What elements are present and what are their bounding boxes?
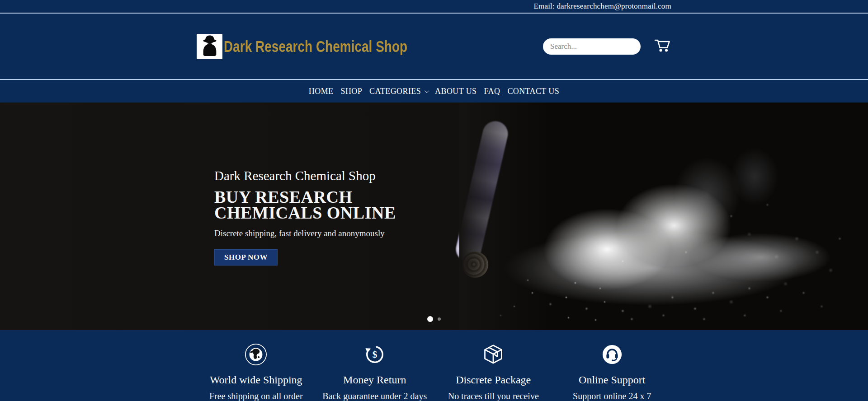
feature-title: Online Support [553, 374, 672, 386]
carousel-dot-1-active[interactable] [427, 316, 433, 322]
feature-text: Support online 24 x 7 [553, 391, 672, 401]
hero-carousel: Dark Research Chemical Shop BUY RESEARCH… [0, 103, 868, 330]
feature-text: No traces till you receive [434, 391, 553, 401]
feature-title: Discrete Package [434, 374, 553, 386]
feature-online-support: Online Support Support online 24 x 7 [553, 342, 672, 401]
feature-worldwide-shipping: World wide Shipping Free shipping on all… [197, 342, 316, 401]
globe-icon [197, 342, 316, 367]
site-title: Dark Research Chemical Shop [224, 37, 407, 56]
shopping-cart-icon [654, 38, 671, 55]
site-logo[interactable] [197, 34, 222, 59]
hero-subtitle: Discrete shipping, fast delivery and ano… [214, 228, 396, 238]
hero-heading-line1: BUY RESEARCH [214, 189, 396, 205]
chevron-down-icon [425, 89, 429, 93]
nav-item-contact-us[interactable]: CONTACT US [504, 87, 563, 96]
hero-slide-image [459, 103, 868, 330]
hero-small-title: Dark Research Chemical Shop [214, 168, 396, 183]
nav-item-shop[interactable]: SHOP [337, 87, 366, 96]
nav-item-about-us[interactable]: ABOUT US [431, 87, 480, 96]
hero-content: Dark Research Chemical Shop BUY RESEARCH… [214, 168, 396, 266]
hero-heading-line2: CHEMICALS ONLINE [214, 205, 396, 221]
carousel-dots [427, 316, 441, 322]
features-section: World wide Shipping Free shipping on all… [0, 330, 868, 401]
shop-now-button[interactable]: SHOP NOW [214, 249, 278, 266]
feature-title: Money Return [316, 374, 434, 386]
nav-item-home[interactable]: HOME [305, 87, 337, 96]
feature-money-return: $ Money Return Back guarantee under 2 da… [316, 342, 434, 401]
nav-item-faq[interactable]: FAQ [481, 87, 504, 96]
svg-text:$: $ [372, 349, 377, 360]
feature-title: World wide Shipping [197, 374, 316, 386]
main-navigation: HOME SHOP CATEGORIES ABOUT US FAQ CONTAC… [0, 80, 868, 103]
carousel-dot-2[interactable] [438, 317, 441, 321]
feature-text: Back guarantee under 2 days [316, 391, 434, 401]
spy-icon [198, 34, 221, 59]
feature-discrete-package: Discrete Package No traces till you rece… [434, 342, 553, 401]
package-icon [434, 342, 553, 367]
money-return-icon: $ [316, 342, 434, 367]
topbar: Email: darkresearchchem@protonmail.com [0, 0, 868, 14]
nav-item-categories[interactable]: CATEGORIES [366, 87, 431, 96]
search-box [543, 38, 641, 55]
header: Dark Research Chemical Shop [0, 14, 868, 80]
headset-icon [553, 342, 672, 367]
hero-heading: BUY RESEARCH CHEMICALS ONLINE [214, 189, 396, 221]
cart-button[interactable] [654, 38, 671, 55]
contact-email: Email: darkresearchchem@protonmail.com [533, 2, 671, 11]
feature-text: Free shipping on all order [197, 391, 316, 401]
search-input[interactable] [550, 42, 633, 51]
